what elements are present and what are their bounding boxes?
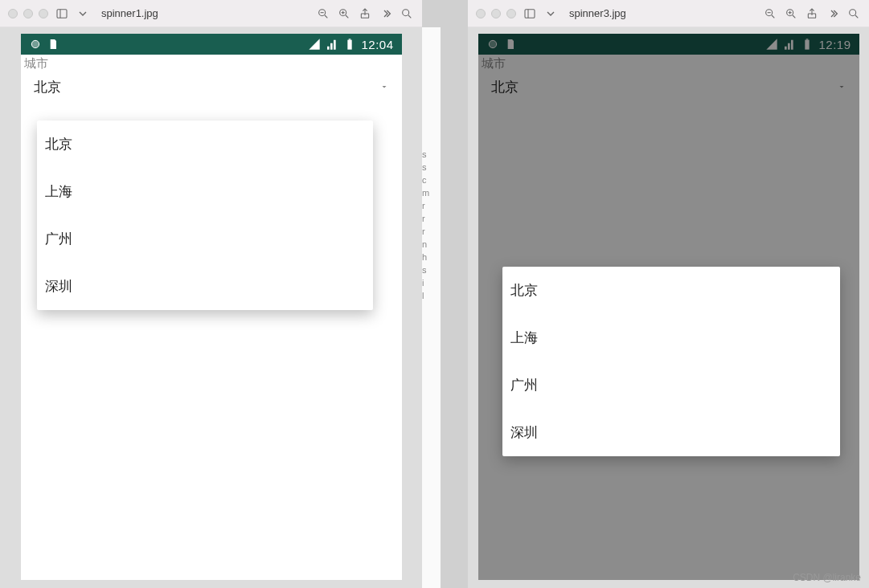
window-title: spinner3.jpg xyxy=(569,7,626,19)
close-dot[interactable] xyxy=(8,9,18,18)
dropdown-item[interactable]: 广州 xyxy=(37,215,373,263)
share-icon[interactable] xyxy=(358,6,372,21)
preview-area: 12:04 城市 北京 北京 上海 广州 深圳 xyxy=(0,27,422,588)
svg-rect-16 xyxy=(525,9,535,18)
wifi-icon xyxy=(308,38,321,51)
dropdown-item[interactable]: 北京 xyxy=(37,120,373,168)
svg-line-27 xyxy=(855,15,858,18)
minimize-dot[interactable] xyxy=(23,9,33,18)
sd-card-icon xyxy=(47,38,59,51)
zoom-out-icon[interactable] xyxy=(763,6,777,21)
share-icon[interactable] xyxy=(805,6,819,21)
spinner-field[interactable]: 北京 xyxy=(21,71,402,103)
phone-screenshot: 12:04 城市 北京 北京 上海 广州 深圳 xyxy=(21,34,402,580)
more-icon[interactable] xyxy=(826,6,840,21)
svg-rect-14 xyxy=(348,40,352,50)
zoom-dot[interactable] xyxy=(39,9,48,18)
dialog-list: 北京 上海 广州 深圳 xyxy=(502,267,840,456)
zoom-in-icon[interactable] xyxy=(784,6,798,21)
spinner-value: 北京 xyxy=(34,78,61,96)
svg-line-6 xyxy=(346,15,348,18)
search-icon[interactable] xyxy=(846,6,861,21)
titlebar: spinner1.jpg xyxy=(0,0,422,27)
zoom-out-icon[interactable] xyxy=(316,6,330,21)
window-title: spinner1.jpg xyxy=(101,7,158,19)
search-icon[interactable] xyxy=(400,6,414,21)
dropdown-item[interactable]: 上海 xyxy=(37,168,373,215)
traffic-lights xyxy=(8,9,48,18)
svg-line-11 xyxy=(408,15,411,18)
zoom-in-icon[interactable] xyxy=(337,6,351,21)
phone-screenshot: 12:19 城市 北京 北京 上海 广州 深圳 xyxy=(478,34,859,580)
spinner-label: 城市 xyxy=(21,55,402,71)
dropdown-list: 北京 上海 广州 深圳 xyxy=(37,120,373,310)
traffic-lights xyxy=(476,9,516,18)
sidebar-icon[interactable] xyxy=(523,6,537,21)
app-circle-icon xyxy=(29,38,42,51)
mac-preview-window-left: spinner1.jpg xyxy=(0,0,422,588)
minimize-dot[interactable] xyxy=(491,9,501,18)
dialog-item[interactable]: 深圳 xyxy=(502,409,840,456)
watermark-text: CSDN @liranke xyxy=(793,572,861,583)
close-dot[interactable] xyxy=(476,9,486,18)
zoom-dot[interactable] xyxy=(506,9,516,18)
android-statusbar: 12:04 xyxy=(21,34,402,55)
dialog-item[interactable]: 上海 xyxy=(502,314,840,361)
svg-point-26 xyxy=(850,9,856,15)
chevron-down-icon[interactable] xyxy=(76,6,90,21)
dropdown-item[interactable]: 深圳 xyxy=(37,263,373,310)
svg-rect-15 xyxy=(349,39,351,39)
svg-line-19 xyxy=(772,15,774,18)
signal-icon xyxy=(326,38,338,51)
dropdown-arrow-icon xyxy=(379,80,389,96)
dialog-item[interactable]: 北京 xyxy=(502,267,840,314)
svg-line-22 xyxy=(793,15,795,18)
svg-rect-0 xyxy=(57,9,67,18)
mac-preview-window-right: spinner3.jpg xyxy=(468,0,869,588)
status-time: 12:04 xyxy=(361,38,393,51)
sidebar-icon[interactable] xyxy=(55,6,69,21)
background-text-strip: s s c m r r r n h s i l xyxy=(422,27,441,588)
chevron-down-icon[interactable] xyxy=(543,6,558,21)
titlebar: spinner3.jpg xyxy=(468,0,869,27)
preview-area: 12:19 城市 北京 北京 上海 广州 深圳 xyxy=(468,27,869,588)
more-icon[interactable] xyxy=(379,6,393,21)
svg-point-10 xyxy=(403,9,409,15)
dialog-item[interactable]: 广州 xyxy=(502,361,840,409)
svg-line-3 xyxy=(325,15,327,18)
battery-icon xyxy=(343,38,356,51)
